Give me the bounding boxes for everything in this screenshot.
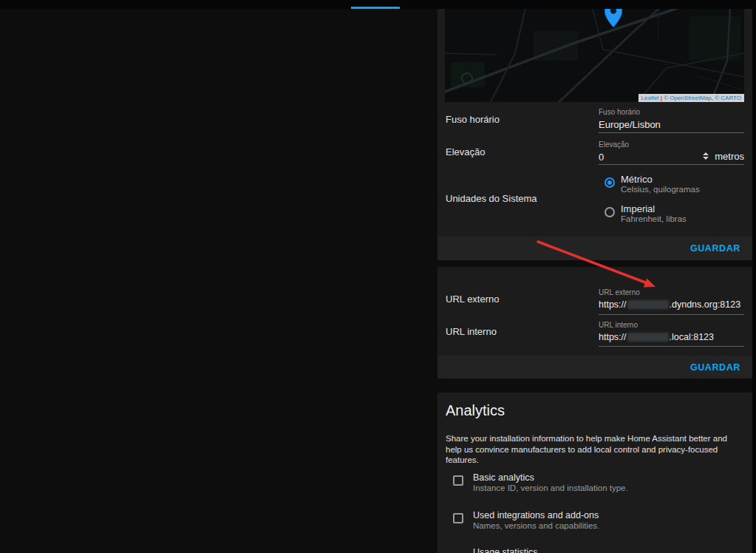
stepper-up-icon[interactable]: [703, 152, 709, 155]
internal-url-suffix: .local:8123: [670, 332, 714, 342]
redacted-hostname: [627, 333, 669, 342]
radio-imperial-label: Imperial: [621, 204, 687, 214]
top-bar: [0, 0, 756, 9]
timezone-field-label: Fuso horário: [599, 108, 744, 116]
timezone-row-label: Fuso horário: [446, 114, 500, 125]
internal-url-row-label: URL interno: [446, 326, 497, 337]
scrollbar[interactable]: [752, 0, 756, 553]
save-button[interactable]: GUARDAR: [690, 362, 740, 373]
radio-option-imperial[interactable]: Imperial Fahrenheit, libras: [605, 204, 687, 224]
map-tiles: [445, 9, 744, 102]
external-url-prefix: https://: [599, 299, 627, 310]
external-url-field-value[interactable]: https://.dyndns.org:8123: [599, 299, 744, 311]
analytics-title: Analytics: [446, 402, 505, 419]
elevation-unit: metros: [715, 151, 744, 162]
timezone-field[interactable]: Fuso horário Europe/Lisbon: [599, 108, 744, 130]
general-card-footer: GUARDAR: [437, 237, 752, 260]
internal-url-field[interactable]: URL interno https://.local:8123: [599, 321, 744, 343]
elevation-field-label: Elevação: [599, 140, 744, 149]
elevation-field[interactable]: Elevação 0 metros: [599, 140, 744, 163]
checkbox-usage-label: Usage statistics: [473, 547, 538, 553]
analytics-description: Share your installation information to h…: [446, 433, 740, 466]
checkbox-basic-description: Instance ID, version and installation ty…: [473, 483, 628, 493]
radio-metric-description: Celsius, quilogramas: [621, 185, 700, 194]
tab-indicator: [351, 7, 400, 9]
general-card: Leaflet | © OpenStreetMap, © CARTO Fuso …: [437, 9, 752, 260]
save-button[interactable]: GUARDAR: [690, 243, 740, 254]
number-stepper-icon[interactable]: [701, 151, 710, 161]
units-row-label: Unidades do Sistema: [446, 193, 537, 204]
input-underline: [599, 314, 744, 315]
checkbox-icon[interactable]: [453, 513, 463, 523]
radio-selected-icon[interactable]: [605, 177, 615, 188]
elevation-row-label: Elevação: [446, 146, 485, 157]
osm-link[interactable]: © OpenStreetMap: [664, 95, 712, 101]
analytics-card: Analytics Share your installation inform…: [437, 393, 752, 553]
external-url-field[interactable]: URL externo https://.dyndns.org:8123: [599, 288, 744, 311]
external-url-suffix: .dyndns.org:8123: [670, 299, 741, 310]
internal-url-prefix: https://: [599, 332, 627, 342]
checkbox-option-usage[interactable]: Usage statistics: [453, 547, 538, 553]
map-attribution[interactable]: Leaflet | © OpenStreetMap, © CARTO: [638, 94, 744, 102]
map-marker-icon[interactable]: [605, 9, 622, 27]
stepper-down-icon[interactable]: [703, 157, 709, 160]
external-url-field-label: URL externo: [599, 288, 744, 296]
radio-metric-label: Métrico: [621, 174, 700, 185]
input-underline: [599, 132, 744, 133]
urls-card: URL externo URL externo https://.dyndns.…: [437, 267, 752, 379]
input-underline: [599, 346, 744, 347]
checkbox-icon[interactable]: [453, 475, 463, 486]
input-underline: [599, 164, 744, 165]
leaflet-link[interactable]: Leaflet: [641, 95, 659, 101]
checkbox-integrations-description: Names, versions and capabilities.: [473, 520, 599, 531]
radio-imperial-description: Fahrenheit, libras: [621, 214, 687, 224]
checkbox-basic-label: Basic analytics: [473, 472, 628, 483]
checkbox-integrations-label: Used integrations and add-ons: [473, 510, 599, 520]
checkbox-option-basic[interactable]: Basic analytics Instance ID, version and…: [453, 472, 628, 493]
radio-unselected-icon[interactable]: [605, 207, 615, 217]
checkbox-option-integrations[interactable]: Used integrations and add-ons Names, ver…: [453, 510, 599, 531]
timezone-field-value[interactable]: Europe/Lisbon: [599, 119, 744, 130]
redacted-hostname: [627, 300, 669, 309]
settings-page: Leaflet | © OpenStreetMap, © CARTO Fuso …: [0, 0, 756, 553]
external-url-row-label: URL externo: [446, 294, 500, 305]
internal-url-field-label: URL interno: [599, 321, 744, 329]
radio-option-metric[interactable]: Métrico Celsius, quilogramas: [605, 174, 700, 194]
urls-card-footer: GUARDAR: [437, 356, 752, 379]
internal-url-field-value[interactable]: https://.local:8123: [599, 332, 744, 343]
location-map[interactable]: Leaflet | © OpenStreetMap, © CARTO: [445, 9, 744, 102]
carto-link[interactable]: © CARTO: [715, 95, 741, 101]
